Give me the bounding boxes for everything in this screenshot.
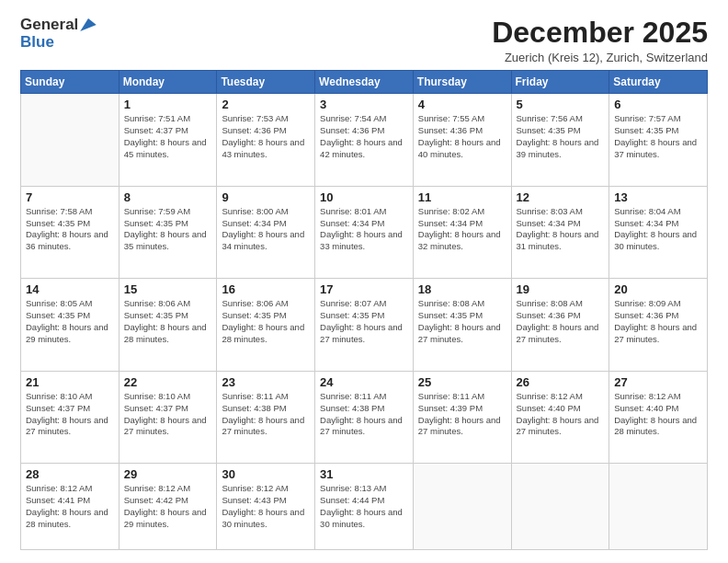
cell-info: Sunrise: 8:04 AMSunset: 4:34 PMDaylight:… [614, 206, 697, 251]
table-row: 21Sunrise: 8:10 AMSunset: 4:37 PMDayligh… [21, 371, 119, 464]
cell-date: 17 [320, 282, 408, 296]
page: General Blue December 2025 Zuerich (Krei… [0, 0, 728, 563]
cell-date: 8 [124, 190, 212, 204]
cell-date: 26 [517, 375, 605, 389]
cell-info: Sunrise: 8:08 AMSunset: 4:35 PMDaylight:… [418, 298, 501, 343]
cell-info: Sunrise: 8:11 AMSunset: 4:39 PMDaylight:… [418, 391, 501, 436]
cell-info: Sunrise: 8:10 AMSunset: 4:37 PMDaylight:… [124, 391, 207, 436]
cell-info: Sunrise: 8:00 AMSunset: 4:34 PMDaylight:… [222, 206, 304, 251]
cell-info: Sunrise: 8:05 AMSunset: 4:35 PMDaylight:… [26, 298, 108, 343]
cell-date: 11 [418, 190, 506, 204]
cell-date: 3 [320, 98, 408, 111]
cell-info: Sunrise: 7:54 AMSunset: 4:36 PMDaylight:… [320, 113, 403, 158]
cell-info: Sunrise: 8:12 AMSunset: 4:42 PMDaylight:… [124, 483, 207, 528]
cell-info: Sunrise: 7:58 AMSunset: 4:35 PMDaylight:… [26, 206, 108, 251]
table-row: 15Sunrise: 8:06 AMSunset: 4:35 PMDayligh… [119, 279, 217, 372]
table-row: 1Sunrise: 7:51 AMSunset: 4:37 PMDaylight… [119, 94, 217, 187]
cell-info: Sunrise: 7:59 AMSunset: 4:35 PMDaylight:… [124, 206, 207, 251]
table-row: 3Sunrise: 7:54 AMSunset: 4:36 PMDaylight… [315, 94, 414, 187]
col-saturday: Saturday [609, 71, 708, 94]
table-row [413, 464, 511, 550]
cell-info: Sunrise: 8:13 AMSunset: 4:44 PMDaylight:… [320, 483, 403, 528]
calendar-table: Sunday Monday Tuesday Wednesday Thursday… [20, 70, 708, 550]
table-row: 20Sunrise: 8:09 AMSunset: 4:36 PMDayligh… [609, 279, 708, 372]
cell-info: Sunrise: 8:08 AMSunset: 4:36 PMDaylight:… [517, 298, 599, 343]
cell-info: Sunrise: 8:11 AMSunset: 4:38 PMDaylight:… [222, 391, 304, 436]
table-row: 7Sunrise: 7:58 AMSunset: 4:35 PMDaylight… [21, 186, 119, 279]
cell-info: Sunrise: 8:11 AMSunset: 4:38 PMDaylight:… [320, 391, 403, 436]
table-row: 11Sunrise: 8:02 AMSunset: 4:34 PMDayligh… [413, 186, 511, 279]
cell-date: 19 [517, 282, 605, 296]
cell-date: 25 [418, 375, 506, 389]
cell-info: Sunrise: 7:51 AMSunset: 4:37 PMDaylight:… [124, 113, 207, 158]
table-row: 17Sunrise: 8:07 AMSunset: 4:35 PMDayligh… [315, 279, 414, 372]
cell-date: 28 [26, 467, 114, 481]
cell-date: 18 [418, 282, 506, 296]
cell-info: Sunrise: 8:06 AMSunset: 4:35 PMDaylight:… [124, 298, 207, 343]
cell-date: 7 [26, 190, 114, 204]
cell-date: 27 [614, 375, 702, 389]
table-row: 10Sunrise: 8:01 AMSunset: 4:34 PMDayligh… [315, 186, 414, 279]
svg-marker-0 [81, 18, 97, 31]
table-row [21, 94, 119, 187]
cell-date: 4 [418, 98, 506, 111]
table-row: 8Sunrise: 7:59 AMSunset: 4:35 PMDaylight… [119, 186, 217, 279]
table-row: 4Sunrise: 7:55 AMSunset: 4:36 PMDaylight… [413, 94, 511, 187]
cell-info: Sunrise: 8:09 AMSunset: 4:36 PMDaylight:… [614, 298, 697, 343]
cell-date: 21 [26, 375, 114, 389]
table-row: 26Sunrise: 8:12 AMSunset: 4:40 PMDayligh… [511, 371, 609, 464]
cell-info: Sunrise: 8:12 AMSunset: 4:41 PMDaylight:… [26, 483, 108, 528]
cell-date: 9 [222, 190, 310, 204]
table-row: 23Sunrise: 8:11 AMSunset: 4:38 PMDayligh… [217, 371, 315, 464]
location-subtitle: Zuerich (Kreis 12), Zurich, Switzerland [492, 51, 708, 64]
table-row: 12Sunrise: 8:03 AMSunset: 4:34 PMDayligh… [511, 186, 609, 279]
logo-general-text: General [20, 17, 78, 34]
table-row [609, 464, 708, 550]
cell-date: 24 [320, 375, 408, 389]
cell-info: Sunrise: 8:01 AMSunset: 4:34 PMDaylight:… [320, 206, 403, 251]
col-tuesday: Tuesday [217, 71, 315, 94]
title-block: December 2025 Zuerich (Kreis 12), Zurich… [492, 17, 708, 64]
table-row: 18Sunrise: 8:08 AMSunset: 4:35 PMDayligh… [413, 279, 511, 372]
logo: General Blue [20, 17, 97, 51]
calendar-header-row: Sunday Monday Tuesday Wednesday Thursday… [21, 71, 708, 94]
cell-info: Sunrise: 8:12 AMSunset: 4:43 PMDaylight:… [222, 483, 304, 528]
table-row: 13Sunrise: 8:04 AMSunset: 4:34 PMDayligh… [609, 186, 708, 279]
cell-date: 6 [614, 98, 702, 111]
logo-icon [80, 18, 97, 31]
cell-date: 15 [124, 282, 212, 296]
cell-info: Sunrise: 8:03 AMSunset: 4:34 PMDaylight:… [517, 206, 599, 251]
table-row: 31Sunrise: 8:13 AMSunset: 4:44 PMDayligh… [315, 464, 414, 550]
cell-date: 1 [124, 98, 212, 111]
logo-blue-text: Blue [20, 34, 54, 52]
col-sunday: Sunday [21, 71, 119, 94]
cell-info: Sunrise: 8:02 AMSunset: 4:34 PMDaylight:… [418, 206, 501, 251]
cell-date: 20 [614, 282, 702, 296]
cell-info: Sunrise: 8:07 AMSunset: 4:35 PMDaylight:… [320, 298, 403, 343]
month-title: December 2025 [492, 17, 708, 49]
table-row: 19Sunrise: 8:08 AMSunset: 4:36 PMDayligh… [511, 279, 609, 372]
cell-date: 14 [26, 282, 114, 296]
table-row: 5Sunrise: 7:56 AMSunset: 4:35 PMDaylight… [511, 94, 609, 187]
cell-date: 12 [517, 190, 605, 204]
cell-info: Sunrise: 8:06 AMSunset: 4:35 PMDaylight:… [222, 298, 304, 343]
cell-date: 22 [124, 375, 212, 389]
cell-info: Sunrise: 7:57 AMSunset: 4:35 PMDaylight:… [614, 113, 697, 158]
table-row: 25Sunrise: 8:11 AMSunset: 4:39 PMDayligh… [413, 371, 511, 464]
cell-date: 30 [222, 467, 310, 481]
cell-date: 13 [614, 190, 702, 204]
cell-date: 31 [320, 467, 408, 481]
cell-date: 2 [222, 98, 310, 111]
cell-info: Sunrise: 8:12 AMSunset: 4:40 PMDaylight:… [517, 391, 599, 436]
table-row: 27Sunrise: 8:12 AMSunset: 4:40 PMDayligh… [609, 371, 708, 464]
table-row: 28Sunrise: 8:12 AMSunset: 4:41 PMDayligh… [21, 464, 119, 550]
table-row: 14Sunrise: 8:05 AMSunset: 4:35 PMDayligh… [21, 279, 119, 372]
table-row: 9Sunrise: 8:00 AMSunset: 4:34 PMDaylight… [217, 186, 315, 279]
table-row: 6Sunrise: 7:57 AMSunset: 4:35 PMDaylight… [609, 94, 708, 187]
cell-date: 10 [320, 190, 408, 204]
col-friday: Friday [511, 71, 609, 94]
col-thursday: Thursday [413, 71, 511, 94]
col-wednesday: Wednesday [315, 71, 414, 94]
cell-info: Sunrise: 7:55 AMSunset: 4:36 PMDaylight:… [418, 113, 501, 158]
table-row: 24Sunrise: 8:11 AMSunset: 4:38 PMDayligh… [315, 371, 414, 464]
